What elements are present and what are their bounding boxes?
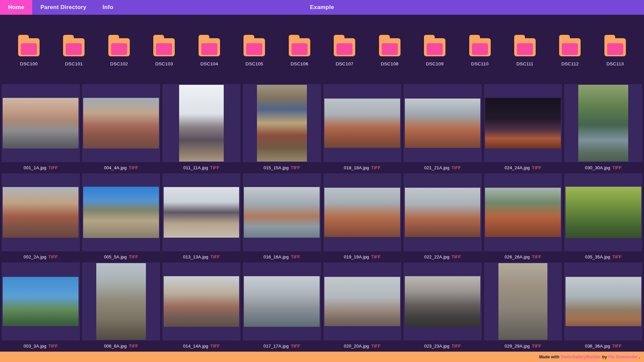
tiff-tag[interactable]: TIFF — [532, 165, 541, 170]
thumbnail-caption: 022_22A.jpgTIFF — [404, 251, 482, 262]
thumbnail-005_5A[interactable] — [82, 173, 160, 251]
tiff-tag[interactable]: TIFF — [371, 165, 380, 170]
nav-item-info[interactable]: Info — [95, 0, 121, 15]
thumbnail-011_11A[interactable] — [162, 84, 240, 162]
thumbnail-caption: 003_3A.jpgTIFF — [2, 341, 80, 352]
folder-dsc111[interactable]: DSC111 — [509, 35, 541, 84]
photo-rooftops-with-spires — [3, 187, 78, 238]
gallery-cell: 017_17A.jpgTIFF — [243, 262, 321, 352]
filename-label: 018_18A.jpg — [344, 165, 369, 170]
tiff-tag[interactable]: TIFF — [612, 165, 622, 170]
thumbnail-030_30A[interactable] — [564, 84, 642, 162]
tiff-tag[interactable]: TIFF — [612, 344, 622, 349]
tiff-tag[interactable]: TIFF — [129, 344, 138, 349]
folder-dsc101[interactable]: DSC101 — [58, 35, 90, 84]
thumbnail-013_13A[interactable] — [162, 173, 240, 251]
thumbnail-018_18A[interactable] — [323, 84, 401, 162]
tiff-tag[interactable]: TIFF — [291, 254, 300, 259]
photo-church-towers-at-night — [485, 98, 561, 148]
thumbnail-001_1A[interactable] — [2, 84, 80, 162]
thumbnail-004_4A[interactable] — [82, 84, 160, 162]
thumbnail-026_26A[interactable] — [484, 173, 562, 251]
tiff-tag[interactable]: TIFF — [532, 344, 541, 349]
tiff-tag[interactable]: TIFF — [612, 254, 622, 259]
tiff-tag[interactable]: TIFF — [451, 254, 461, 259]
photo-old-town-square — [164, 276, 239, 327]
tiff-tag[interactable]: TIFF — [451, 165, 461, 170]
thumbnail-014_14A[interactable] — [162, 262, 240, 341]
thumbnail-006_6A[interactable] — [82, 262, 160, 341]
folder-dsc113[interactable]: DSC113 — [599, 35, 631, 84]
photo-misty-panorama-bridges — [324, 277, 400, 326]
nav-item-parent-directory[interactable]: Parent Directory — [32, 0, 94, 15]
folder-label: DSC104 — [200, 61, 218, 66]
folder-dsc108[interactable]: DSC108 — [374, 35, 406, 84]
folder-dsc104[interactable]: DSC104 — [193, 35, 225, 84]
photo-street-below-clocktower-hill — [83, 187, 159, 238]
tiff-tag[interactable]: TIFF — [210, 344, 220, 349]
gallery-cell: 013_13A.jpgTIFF — [162, 173, 240, 262]
thumbnail-024_24A[interactable] — [484, 84, 562, 162]
tiff-tag[interactable]: TIFF — [451, 344, 461, 349]
folder-dsc112[interactable]: DSC112 — [554, 35, 586, 84]
nav-item-home[interactable]: Home — [0, 0, 32, 15]
thumbnail-036_36A[interactable] — [564, 262, 642, 341]
filename-label: 022_22A.jpg — [424, 254, 449, 259]
tiff-tag[interactable]: TIFF — [291, 165, 300, 170]
folder-icon — [602, 35, 628, 56]
folder-icon — [16, 35, 42, 56]
photo-tree-over-river — [578, 85, 628, 161]
thumbnail-023_23A[interactable] — [404, 262, 482, 341]
folder-label: DSC106 — [290, 61, 308, 66]
thumbnail-caption: 020_20A.jpgTIFF — [323, 341, 401, 352]
folder-dsc105[interactable]: DSC105 — [238, 35, 270, 84]
thumbnail-019_19A[interactable] — [323, 173, 401, 251]
filename-label: 011_11A.jpg — [183, 165, 208, 170]
tiff-tag[interactable]: TIFF — [371, 344, 380, 349]
thumbnail-016_16A[interactable] — [243, 173, 321, 251]
folder-dsc110[interactable]: DSC110 — [464, 35, 496, 84]
folder-icon — [61, 35, 87, 56]
thumbnail-caption: 030_30A.jpgTIFF — [564, 162, 642, 173]
photo-town-rooftops — [83, 98, 159, 148]
gallery-cell: 026_26A.jpgTIFF — [484, 173, 562, 262]
folder-icon — [106, 35, 132, 56]
author-link[interactable]: Flo Greistorfer — [608, 355, 638, 359]
photo-city-panorama-castle — [405, 188, 481, 237]
tiff-tag[interactable]: TIFF — [210, 165, 219, 170]
thumbnail-021_21A[interactable] — [404, 84, 482, 162]
folder-label: DSC110 — [471, 61, 489, 66]
photo-green-foliage — [566, 187, 641, 238]
folder-dsc107[interactable]: DSC107 — [328, 35, 361, 84]
tiff-tag[interactable]: TIFF — [48, 254, 58, 259]
thumbnail-020_20A[interactable] — [323, 262, 401, 341]
thumbnail-003_3A[interactable] — [2, 262, 80, 341]
folder-dsc103[interactable]: DSC103 — [148, 35, 180, 84]
filename-label: 016_16A.jpg — [263, 254, 288, 259]
thumbnail-002_2A[interactable] — [2, 173, 80, 251]
folder-dsc109[interactable]: DSC109 — [419, 35, 451, 84]
thumbnail-caption: 026_26A.jpgTIFF — [484, 251, 562, 262]
filename-label: 002_2A.jpg — [23, 254, 46, 259]
thumbnail-035_35A[interactable] — [564, 173, 642, 251]
thumbnail-017_17A[interactable] — [243, 262, 321, 341]
folder-dsc100[interactable]: DSC100 — [13, 35, 45, 84]
tiff-tag[interactable]: TIFF — [371, 254, 380, 259]
tiff-tag[interactable]: TIFF — [129, 254, 138, 259]
tiff-tag[interactable]: TIFF — [210, 254, 220, 259]
tiff-tag[interactable]: TIFF — [291, 344, 300, 349]
thumbnail-022_22A[interactable] — [404, 173, 482, 251]
tiff-tag[interactable]: TIFF — [532, 254, 541, 259]
folder-dsc102[interactable]: DSC102 — [103, 35, 135, 84]
filename-label: 036_36A.jpg — [585, 344, 610, 349]
folder-icon — [422, 35, 447, 56]
folder-dsc106[interactable]: DSC106 — [283, 35, 316, 84]
tiff-tag[interactable]: TIFF — [48, 344, 58, 349]
tiff-tag[interactable]: TIFF — [129, 165, 138, 170]
tiff-tag[interactable]: TIFF — [48, 165, 58, 170]
thumbnail-caption: 024_24A.jpgTIFF — [484, 162, 562, 173]
filename-label: 004_4A.jpg — [104, 165, 127, 170]
thumbnail-029_29A[interactable] — [484, 262, 562, 341]
static-gallery-builder-link[interactable]: StaticGalleryBuilder — [561, 355, 601, 359]
thumbnail-015_15A[interactable] — [243, 84, 321, 162]
